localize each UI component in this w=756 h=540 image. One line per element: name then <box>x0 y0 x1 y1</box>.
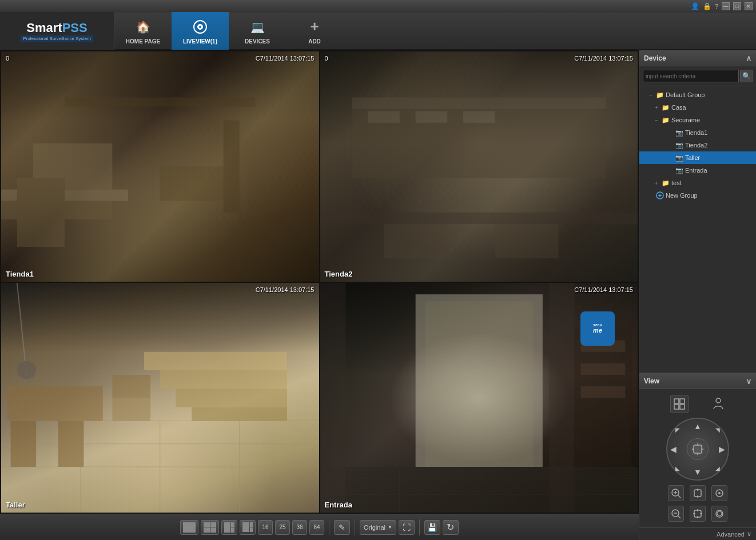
svg-rect-17 <box>495 224 558 258</box>
svg-line-33 <box>17 283 27 375</box>
save-button[interactable]: 💾 <box>424 520 440 535</box>
maximize-button[interactable]: □ <box>733 2 741 10</box>
nav-home-label: HOME PAGE <box>126 38 160 45</box>
tree-item-test[interactable]: + 📁 test <box>639 177 756 189</box>
nav-add-label: ADD <box>308 38 321 45</box>
svg-rect-12 <box>368 111 400 123</box>
ptz-up-button[interactable]: ▲ <box>694 422 702 431</box>
layout-25-button[interactable]: 25 <box>275 520 290 535</box>
svg-rect-32 <box>112 375 150 398</box>
layout-1-button[interactable] <box>180 520 198 535</box>
ptz-downright-button[interactable]: ◢ <box>715 465 720 471</box>
tree-item-tienda1[interactable]: 📷 Tienda1 <box>639 126 756 139</box>
ptz-center-button[interactable] <box>687 438 709 460</box>
focus-far-button[interactable] <box>690 506 706 522</box>
minimize-button[interactable]: — <box>722 2 730 10</box>
tree-item-entrada[interactable]: 📷 Entrada <box>639 164 756 177</box>
layout-6a-button[interactable] <box>221 520 237 535</box>
cam-tienda1-label: Tienda1 <box>6 270 34 278</box>
view-grid-button[interactable] <box>670 395 689 413</box>
separator-3 <box>419 519 420 535</box>
scale-dropdown[interactable]: Original ▼ <box>360 520 396 535</box>
svg-point-80 <box>717 511 722 516</box>
advanced-icon: ∨ <box>747 530 751 538</box>
ptz-wheel: ▲ ▼ ◀ ▶ ◤ ◥ ◣ ◢ <box>666 418 729 481</box>
tree-item-default-group[interactable]: − 📁 Default Group <box>639 89 756 101</box>
svg-line-65 <box>678 495 681 498</box>
camera-icon-tienda2: 📷 <box>675 141 683 149</box>
layout-16-button[interactable]: 16 <box>258 520 273 535</box>
ptz-upright-button[interactable]: ◥ <box>715 427 720 433</box>
svg-rect-7 <box>65 98 255 107</box>
nav-home[interactable]: 🏠 HOME PAGE <box>114 12 172 50</box>
separator-1 <box>329 519 329 535</box>
edit-button[interactable]: ✎ <box>334 520 350 535</box>
main-content: 0 C7/11/2014 13:07:15 Tienda1 0 <box>0 50 756 540</box>
svg-point-56 <box>716 398 721 403</box>
iris-close-button[interactable] <box>711 506 727 522</box>
svg-rect-8 <box>17 178 65 247</box>
advanced-row[interactable]: Advanced ∨ <box>639 527 756 540</box>
tree-toggle-default-group: − <box>647 91 654 98</box>
iris-open-button[interactable] <box>711 485 727 501</box>
close-button[interactable]: ✕ <box>745 2 753 10</box>
refresh-button[interactable]: ↻ <box>443 520 459 535</box>
ptz-upleft-button[interactable]: ◤ <box>675 427 680 433</box>
device-collapse-button[interactable]: ∧ <box>746 54 751 63</box>
camera-cell-entrada[interactable]: secu me C7/11/2014 13:07:15 Entrada <box>320 283 638 513</box>
camera-icon-entrada: 📷 <box>675 166 683 174</box>
tree-item-tienda2[interactable]: 📷 Tienda2 <box>639 139 756 151</box>
focus-near-button[interactable] <box>690 485 706 501</box>
tree-label-test: test <box>671 179 682 186</box>
tree-item-securame[interactable]: − 📁 Securame <box>639 114 756 126</box>
lock-icon: 🔒 <box>703 2 711 10</box>
tree-item-taller[interactable]: 📷 Taller <box>639 151 756 164</box>
tree-label-securame: Securame <box>671 117 700 123</box>
svg-point-34 <box>17 361 36 379</box>
svg-point-2 <box>199 26 201 28</box>
folder-icon-test: 📁 <box>662 179 670 187</box>
ptz-down-button[interactable]: ▼ <box>694 467 702 477</box>
nav-devices[interactable]: 💻 DEVICES <box>229 12 286 50</box>
ptz-left-button[interactable]: ◀ <box>670 445 677 454</box>
camera-cell-taller[interactable]: C7/11/2014 13:07:15 Taller <box>1 283 319 513</box>
svg-rect-53 <box>680 399 685 403</box>
zoom-out-button[interactable] <box>668 506 684 522</box>
view-expand-button[interactable]: ∨ <box>746 377 751 386</box>
edit-icon: ✎ <box>339 523 345 532</box>
tree-toggle-entrada <box>667 167 674 174</box>
tree-item-new-group[interactable]: New Group <box>639 189 756 202</box>
svg-line-73 <box>678 516 681 518</box>
tree-label-default-group: Default Group <box>666 91 705 98</box>
folder-icon-securame: 📁 <box>662 116 670 124</box>
search-input[interactable] <box>643 70 739 82</box>
layout-36-button[interactable]: 36 <box>292 520 307 535</box>
help-button[interactable]: ? <box>715 3 718 10</box>
svg-rect-55 <box>680 405 685 409</box>
camera-cell-tienda2[interactable]: 0 C7/11/2014 13:07:15 Tienda2 <box>320 51 638 282</box>
ptz-downleft-button[interactable]: ◣ <box>675 465 680 471</box>
nav-liveview[interactable]: LIVEVIEW(1) <box>172 12 229 50</box>
ptz-container: ▲ ▼ ◀ ▶ ◤ ◥ ◣ ◢ <box>645 395 750 522</box>
tree-label-new-group: New Group <box>666 192 698 199</box>
fullscreen-button[interactable]: ⛶ <box>399 520 415 535</box>
tree-item-casa[interactable]: + 📁 Casa <box>639 101 756 114</box>
svg-rect-54 <box>674 405 679 409</box>
nav-add[interactable]: + ADD <box>286 12 343 50</box>
ptz-top-row <box>670 395 725 413</box>
layout-4-button[interactable] <box>201 520 219 535</box>
layout-8-button[interactable] <box>240 520 256 535</box>
camera-cell-tienda1[interactable]: 0 C7/11/2014 13:07:15 Tienda1 <box>1 51 319 282</box>
view-section-header: View ∨ <box>639 373 756 389</box>
refresh-icon: ↻ <box>447 522 454 533</box>
ptz-right-button[interactable]: ▶ <box>719 445 725 454</box>
tree-label-tienda2: Tienda2 <box>685 142 707 149</box>
separator-2 <box>355 519 355 535</box>
tree-label-taller: Taller <box>685 154 700 161</box>
view-section-title: View <box>644 377 659 385</box>
cam-entrada-label: Entrada <box>325 501 352 509</box>
search-button[interactable]: 🔍 <box>740 70 753 82</box>
layout-64-button[interactable]: 64 <box>309 520 324 535</box>
toolbar-bottom: 16 25 36 64 ✎ Original ▼ ⛶ <box>0 514 639 540</box>
zoom-in-button[interactable] <box>668 485 684 501</box>
